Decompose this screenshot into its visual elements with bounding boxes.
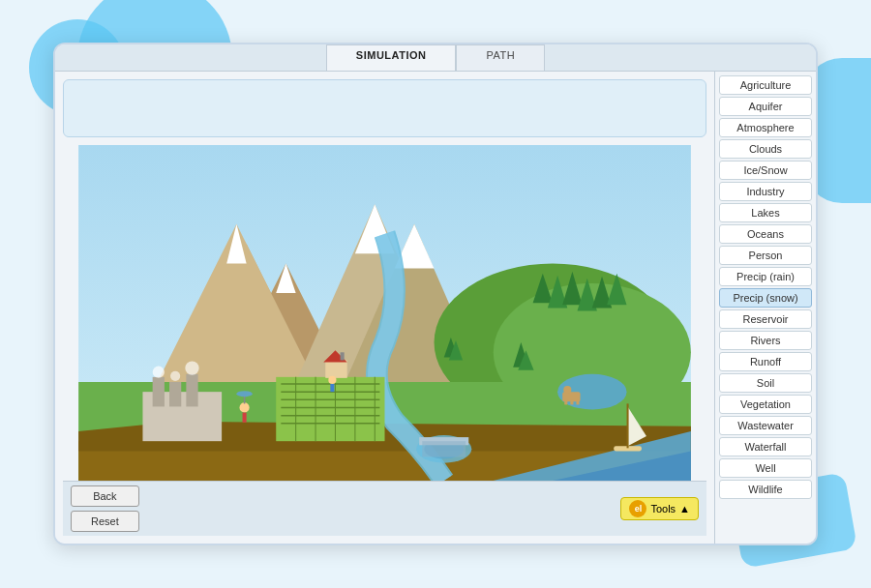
- svg-rect-54: [330, 384, 334, 392]
- sidebar-item-waterfall[interactable]: Waterfall: [719, 437, 812, 456]
- action-buttons: Back Reset: [71, 485, 139, 532]
- sidebar-item-well[interactable]: Well: [719, 458, 812, 478]
- sidebar-item-atmosphere[interactable]: Atmosphere: [719, 118, 812, 137]
- svg-rect-61: [243, 413, 247, 423]
- sidebar-item-rivers[interactable]: Rivers: [719, 331, 812, 350]
- sidebar-item-precip-rain[interactable]: Precip (rain): [719, 267, 812, 286]
- tab-path[interactable]: PATH: [456, 44, 545, 71]
- tools-label: Tools: [650, 503, 676, 514]
- sidebar: Agriculture Aquifer Atmosphere Clouds Ic…: [714, 72, 816, 544]
- sidebar-item-agriculture[interactable]: Agriculture: [719, 75, 812, 95]
- svg-point-43: [153, 367, 165, 378]
- svg-rect-41: [169, 382, 181, 407]
- tab-simulation[interactable]: SIMULATION: [326, 44, 457, 71]
- svg-point-60: [239, 402, 249, 412]
- svg-rect-40: [153, 377, 165, 407]
- svg-point-63: [236, 391, 252, 397]
- svg-rect-58: [570, 399, 573, 404]
- info-box: [63, 79, 706, 137]
- sidebar-item-oceans[interactable]: Oceans: [719, 224, 812, 244]
- app-window: SIMULATION PATH: [53, 43, 818, 545]
- sidebar-item-reservoir[interactable]: Reservoir: [719, 309, 812, 329]
- svg-rect-57: [564, 399, 567, 404]
- sidebar-item-vegetation[interactable]: Vegetation: [719, 395, 812, 414]
- svg-rect-36: [325, 360, 346, 377]
- sidebar-item-aquifer[interactable]: Aquifer: [719, 97, 812, 116]
- back-button[interactable]: Back: [71, 485, 139, 507]
- tools-bar[interactable]: el Tools ▲: [620, 497, 699, 520]
- sidebar-item-runoff[interactable]: Runoff: [719, 352, 812, 371]
- sidebar-item-icesnow[interactable]: Ice/Snow: [719, 161, 812, 180]
- tools-chevron-icon: ▲: [679, 503, 690, 514]
- svg-point-45: [185, 362, 198, 375]
- sidebar-item-clouds[interactable]: Clouds: [719, 139, 812, 159]
- svg-rect-49: [422, 441, 466, 456]
- svg-point-53: [328, 376, 336, 384]
- sidebar-item-lakes[interactable]: Lakes: [719, 203, 812, 222]
- sidebar-item-person[interactable]: Person: [719, 246, 812, 265]
- content-area: Back Reset el Tools ▲ Agriculture Aquife…: [55, 72, 816, 544]
- bottom-bar: Back Reset el Tools ▲: [63, 481, 706, 536]
- svg-point-56: [563, 386, 571, 394]
- sidebar-item-precip-snow[interactable]: Precip (snow): [719, 288, 812, 308]
- tools-logo: el: [629, 500, 646, 517]
- svg-rect-42: [186, 374, 197, 407]
- sim-panel: Back Reset el Tools ▲: [55, 72, 714, 544]
- sidebar-item-wastewater[interactable]: Wastewater: [719, 416, 812, 435]
- tab-bar: SIMULATION PATH: [55, 44, 816, 72]
- reset-button[interactable]: Reset: [71, 511, 139, 532]
- svg-rect-52: [627, 403, 629, 448]
- svg-rect-38: [341, 352, 345, 360]
- sidebar-item-industry[interactable]: Industry: [719, 182, 812, 201]
- svg-rect-59: [576, 399, 579, 404]
- sidebar-item-soil[interactable]: Soil: [719, 373, 812, 393]
- svg-point-44: [170, 371, 180, 381]
- sidebar-item-wildlife[interactable]: Wildlife: [719, 480, 812, 499]
- scene-container: [63, 145, 706, 481]
